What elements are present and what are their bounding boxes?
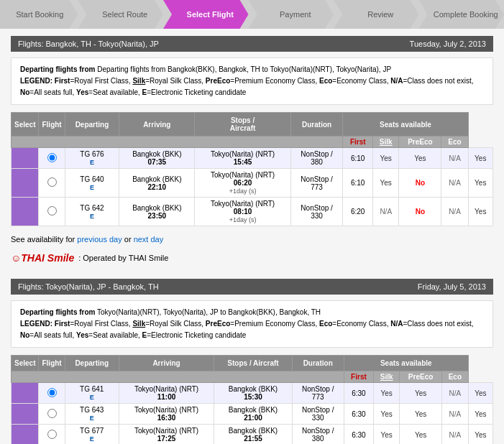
radio-cell[interactable] bbox=[39, 169, 65, 198]
thai-smile-text: : Operated by THAI Smile bbox=[78, 254, 168, 262]
col-arriving: Arriving bbox=[119, 113, 195, 137]
seats-silk: No bbox=[399, 169, 441, 198]
seats-eco: Yes bbox=[468, 148, 492, 169]
section2-legend: Departing flights from Tokyo(Narita)(NRT… bbox=[11, 300, 493, 348]
progress-bar: Start Booking Select Route Select Flight… bbox=[0, 0, 504, 29]
depart-info: Bangkok (BKK)23:50 bbox=[119, 198, 195, 226]
section1: Flights: Bangkok, TH - Tokyo(Narita), JP… bbox=[11, 36, 493, 264]
table-row: TG 677E Tokyo(Narita) (NRT)17:25 Bangkok… bbox=[12, 425, 493, 445]
arrive-info: Tokyo(Narita) (NRT)08:10+1day (s) bbox=[195, 198, 290, 226]
radio-cell[interactable] bbox=[39, 404, 65, 425]
stops-aircraft: NonStop /773 bbox=[290, 169, 343, 198]
section2-title: Flights: Tokyo(Narita), JP - Bangkok, TH bbox=[18, 282, 159, 291]
table-row: TG 642E Bangkok (BKK)23:50 Tokyo(Narita)… bbox=[12, 198, 493, 226]
seats-silk: Yes bbox=[400, 383, 442, 404]
flight-radio[interactable] bbox=[47, 430, 57, 439]
section2-header: Flights: Tokyo(Narita), JP - Bangkok, TH… bbox=[11, 279, 493, 295]
arrive-info: Bangkok (BKK)21:55 bbox=[214, 425, 292, 445]
depart-info: Tokyo(Narita) (NRT)11:00 bbox=[119, 383, 214, 404]
duration: 6:30 bbox=[344, 383, 373, 404]
step-start-booking[interactable]: Start Booking bbox=[0, 0, 78, 29]
section1-header: Flights: Bangkok, TH - Tokyo(Narita), JP… bbox=[11, 36, 493, 52]
left-bar bbox=[12, 404, 39, 425]
col-arriving2: Arriving bbox=[119, 356, 214, 371]
radio-cell[interactable] bbox=[39, 425, 65, 445]
section1-date: Tuesday, July 2, 2013 bbox=[410, 40, 486, 48]
depart-info: Bangkok (BKK)07:35 bbox=[119, 148, 195, 169]
table-row: TG 643E Tokyo(Narita) (NRT)16:30 Bangkok… bbox=[12, 404, 493, 425]
flight-number: TG 676E bbox=[65, 148, 119, 169]
section1-legend: Departing flights from Departing flights… bbox=[11, 57, 493, 105]
seats-eco: Yes bbox=[468, 404, 492, 425]
table-row: TG 641E Tokyo(Narita) (NRT)11:00 Bangkok… bbox=[12, 383, 493, 404]
col-stops: Stops /Aircraft bbox=[195, 113, 290, 137]
prev-day-link[interactable]: previous day bbox=[77, 235, 122, 244]
left-bar bbox=[12, 383, 39, 404]
flight-radio[interactable] bbox=[47, 153, 57, 162]
step-select-route[interactable]: Select Route bbox=[78, 0, 164, 29]
section2-date: Friday, July 5, 2013 bbox=[418, 282, 486, 291]
section2-table: Select Flight Departing Arriving Stops /… bbox=[11, 355, 493, 444]
step-select-flight[interactable]: Select Flight bbox=[163, 0, 249, 29]
col-flight2: Flight bbox=[39, 356, 65, 371]
col-preeco2: PreEco bbox=[400, 371, 442, 383]
section1-table: Select Flight Departing Arriving Stops /… bbox=[11, 112, 493, 226]
seats-first: Yes bbox=[373, 169, 399, 198]
seats-eco: Yes bbox=[468, 169, 492, 198]
seats-preeco: N/A bbox=[441, 404, 468, 425]
stops-aircraft: NonStop /380 bbox=[292, 425, 344, 445]
col-select2: Select bbox=[12, 356, 39, 371]
seats-first: Yes bbox=[373, 148, 399, 169]
seats-preeco: N/A bbox=[441, 198, 468, 226]
flight-number: TG 677E bbox=[65, 425, 119, 445]
col-first: First bbox=[343, 137, 373, 148]
duration: 6:20 bbox=[343, 198, 373, 226]
step-review[interactable]: Review bbox=[334, 0, 419, 29]
section2-depart-text: Departing flights from Tokyo(Narita)(NRT… bbox=[20, 307, 484, 318]
seats-first: N/A bbox=[373, 198, 399, 226]
seats-silk: Yes bbox=[399, 148, 441, 169]
col-silk: Silk bbox=[373, 137, 399, 148]
col-departing2: Departing bbox=[65, 356, 119, 371]
seats-eco: Yes bbox=[468, 198, 492, 226]
section2-sub-header: First Silk PreEco Eco bbox=[12, 371, 493, 383]
flight-number: TG 640E bbox=[65, 169, 119, 198]
step-payment[interactable]: Payment bbox=[249, 0, 334, 29]
section1-table-header: Select Flight Departing Arriving Stops /… bbox=[12, 113, 493, 137]
seats-silk: Yes bbox=[400, 404, 442, 425]
seats-silk: No bbox=[399, 198, 441, 226]
flight-radio[interactable] bbox=[47, 409, 57, 418]
flight-number: TG 642E bbox=[65, 198, 119, 226]
left-bar bbox=[12, 148, 39, 169]
col-preeco: PreEco bbox=[399, 137, 441, 148]
flight-radio[interactable] bbox=[47, 388, 57, 397]
col-duration2: Duration bbox=[292, 356, 344, 371]
table-row: TG 640E Bangkok (BKK)22:10 Tokyo(Narita)… bbox=[12, 169, 493, 198]
thai-smile-section: ☺THAI Smile : Operated by THAI Smile bbox=[11, 252, 493, 264]
radio-cell[interactable] bbox=[39, 198, 65, 226]
section-spacer bbox=[11, 268, 493, 279]
section1-depart-text: Departing flights from Departing flights… bbox=[20, 64, 484, 75]
seats-first: Yes bbox=[374, 404, 400, 425]
radio-cell[interactable] bbox=[39, 383, 65, 404]
flight-radio[interactable] bbox=[47, 206, 57, 216]
next-day-link[interactable]: next day bbox=[134, 235, 164, 244]
arrive-info: Tokyo(Narita) (NRT)06:20+1day (s) bbox=[195, 169, 290, 198]
flight-radio[interactable] bbox=[47, 177, 57, 187]
section2: Flights: Tokyo(Narita), JP - Bangkok, TH… bbox=[11, 279, 493, 444]
seats-preeco: N/A bbox=[441, 148, 468, 169]
stops-aircraft: NonStop /380 bbox=[290, 148, 343, 169]
flight-number: TG 641E bbox=[65, 383, 119, 404]
left-bar bbox=[12, 425, 39, 445]
duration: 6:10 bbox=[343, 169, 373, 198]
section1-availability: See availability for previous day or nex… bbox=[11, 232, 493, 246]
step-complete-booking[interactable]: Complete Booking bbox=[419, 0, 505, 29]
radio-cell[interactable] bbox=[39, 148, 65, 169]
left-bar bbox=[12, 198, 39, 226]
seats-preeco: N/A bbox=[441, 169, 468, 198]
stops-aircraft: NonStop /330 bbox=[290, 198, 343, 226]
section1-sub-header: First Silk PreEco Eco bbox=[12, 137, 493, 148]
col-seats2: Seats available bbox=[344, 356, 468, 371]
col-eco: Eco bbox=[441, 137, 468, 148]
table-row: TG 676E Bangkok (BKK)07:35 Tokyo(Narita)… bbox=[12, 148, 493, 169]
